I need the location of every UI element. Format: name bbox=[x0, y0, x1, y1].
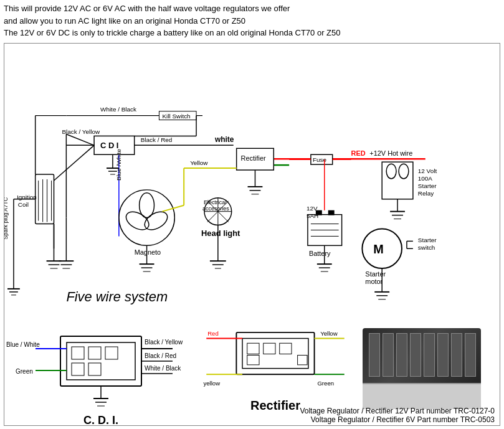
svg-text:accesories: accesories bbox=[202, 205, 229, 211]
svg-rect-150 bbox=[280, 343, 292, 354]
svg-text:White / Black: White / Black bbox=[145, 365, 181, 372]
svg-text:12 Volt: 12 Volt bbox=[418, 167, 437, 174]
svg-rect-127 bbox=[72, 347, 84, 359]
part-number-12v: Voltage Regulator / Rectifier 12V Part n… bbox=[4, 407, 495, 415]
rectifier-photo bbox=[363, 328, 481, 409]
part-number-6v: Voltage Regulator / Rectifier 6V Part nu… bbox=[4, 415, 495, 424]
svg-text:Spark plug A7TC: Spark plug A7TC bbox=[4, 197, 9, 239]
svg-text:yellow: yellow bbox=[203, 379, 220, 386]
five-wire-diagram: Kill Switch White / Black C D I Black / … bbox=[4, 44, 500, 311]
svg-text:Yellow: Yellow bbox=[190, 159, 208, 166]
svg-point-48 bbox=[140, 192, 155, 217]
svg-text:Battery: Battery bbox=[309, 250, 331, 257]
svg-text:Five wire system: Five wire system bbox=[66, 288, 168, 304]
svg-text:white: white bbox=[214, 135, 234, 144]
svg-rect-149 bbox=[264, 343, 275, 354]
svg-text:M: M bbox=[373, 242, 384, 256]
svg-rect-129 bbox=[105, 347, 118, 359]
svg-rect-152 bbox=[298, 355, 307, 364]
svg-text:5AH: 5AH bbox=[307, 212, 318, 219]
svg-text:C D I: C D I bbox=[100, 141, 118, 150]
svg-text:Green: Green bbox=[16, 368, 33, 375]
svg-rect-151 bbox=[247, 355, 259, 364]
svg-rect-67 bbox=[328, 210, 335, 215]
svg-text:switch: switch bbox=[418, 244, 435, 251]
svg-rect-131 bbox=[88, 363, 101, 375]
svg-text:Starter: Starter bbox=[418, 237, 437, 243]
svg-text:100A: 100A bbox=[418, 174, 433, 181]
header-text: This will provide 12V AC or 6V AC with t… bbox=[0, 0, 504, 40]
svg-text:Black / Yellow: Black / Yellow bbox=[145, 339, 183, 346]
svg-text:Coil: Coil bbox=[18, 200, 29, 207]
svg-text:+12V Hot wire: +12V Hot wire bbox=[369, 149, 412, 157]
svg-text:Black / Red: Black / Red bbox=[145, 352, 176, 359]
svg-text:Red: Red bbox=[207, 329, 219, 336]
svg-rect-130 bbox=[72, 363, 84, 375]
svg-text:Blue / White: Blue / White bbox=[6, 341, 40, 348]
svg-text:Black / Red: Black / Red bbox=[141, 136, 173, 143]
header-line2: and allow you to run AC light like on an… bbox=[4, 15, 500, 27]
header-line1: This will provide 12V AC or 6V AC with t… bbox=[4, 2, 500, 15]
svg-text:motor: motor bbox=[365, 277, 383, 285]
main-diagram-area: Kill Switch White / Black C D I Black / … bbox=[4, 43, 500, 426]
svg-text:Rectifier: Rectifier bbox=[241, 154, 266, 162]
svg-point-49 bbox=[123, 208, 151, 233]
svg-text:Starter: Starter bbox=[418, 182, 437, 189]
svg-text:RED: RED bbox=[351, 149, 366, 157]
svg-line-118 bbox=[54, 145, 95, 181]
svg-point-50 bbox=[141, 208, 170, 233]
svg-line-121 bbox=[66, 134, 94, 145]
svg-text:Electrical: Electrical bbox=[204, 199, 226, 205]
svg-text:Blue /White: Blue /White bbox=[115, 148, 122, 180]
svg-text:Green: Green bbox=[317, 379, 334, 386]
svg-rect-128 bbox=[88, 347, 101, 359]
header-line3: The 12V or 6V DC is only to trickle char… bbox=[4, 27, 500, 39]
part-numbers: Voltage Regulator / Rectifier 12V Part n… bbox=[4, 407, 497, 424]
svg-text:12V: 12V bbox=[307, 204, 318, 211]
svg-text:White / Black: White / Black bbox=[100, 105, 136, 112]
svg-text:Starter: Starter bbox=[365, 270, 386, 278]
svg-text:Head light: Head light bbox=[201, 229, 240, 238]
svg-rect-148 bbox=[247, 343, 259, 354]
svg-line-52 bbox=[162, 205, 184, 211]
svg-text:Kill Switch: Kill Switch bbox=[162, 112, 190, 119]
svg-text:Magneto: Magneto bbox=[135, 248, 161, 256]
svg-text:Yellow: Yellow bbox=[320, 329, 337, 336]
svg-text:Relay: Relay bbox=[418, 189, 434, 196]
